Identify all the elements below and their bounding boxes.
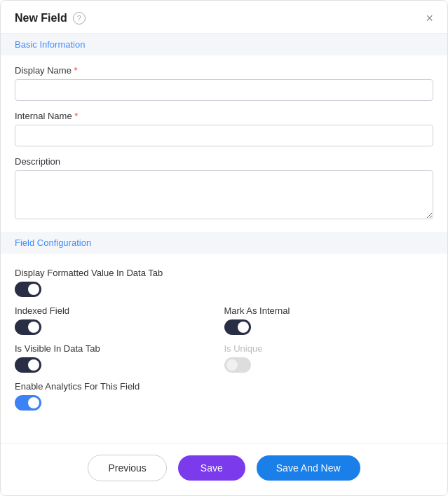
display-name-required: * [74,65,78,76]
close-icon[interactable]: × [426,12,433,25]
save-button[interactable]: Save [178,455,245,481]
internal-name-input[interactable] [15,125,433,146]
internal-name-group: Internal Name * [1,111,447,146]
display-formatted-toggle[interactable] [15,282,41,297]
enable-analytics-label: Enable Analytics For This Field [15,381,433,392]
display-name-label: Display Name * [15,65,433,76]
modal-title: New Field [15,12,67,25]
help-icon[interactable]: ? [73,12,86,25]
indexed-field-col: Indexed Field [15,305,224,335]
mark-as-internal-col: Mark As Internal [224,305,434,335]
mark-as-internal-toggle[interactable] [224,319,251,335]
is-visible-label: Is Visible In Data Tab [15,343,224,354]
internal-name-required: * [74,111,78,121]
is-unique-col: Is Unique [224,343,434,373]
indexed-field-toggle[interactable] [15,319,41,335]
modal-footer: Previous Save Save And New [1,443,447,495]
field-config-section: Field Configuration Display Formatted Va… [1,232,447,415]
enable-analytics-toggle[interactable] [15,395,41,411]
title-group: New Field ? [15,12,86,25]
display-formatted-row: Display Formatted Value In Data Tab [1,263,447,301]
indexed-field-label: Indexed Field [15,305,224,316]
display-name-input[interactable] [15,79,433,101]
basic-info-section-header: Basic Information [1,34,447,55]
visible-unique-row: Is Visible In Data Tab Is Unique [1,339,447,377]
new-field-modal: New Field ? × Basic Information Display … [0,0,448,496]
is-unique-label: Is Unique [224,343,434,354]
enable-analytics-row: Enable Analytics For This Field [1,377,447,415]
display-name-group: Display Name * [1,65,447,101]
internal-name-label: Internal Name * [15,111,433,121]
is-visible-col: Is Visible In Data Tab [15,343,224,373]
display-formatted-label: Display Formatted Value In Data Tab [15,268,433,278]
mark-as-internal-label: Mark As Internal [224,305,434,316]
field-config-section-header: Field Configuration [1,232,447,254]
description-label: Description [15,156,433,167]
description-group: Description [1,156,447,222]
indexed-mark-row: Indexed Field Mark As Internal [1,301,447,339]
description-input[interactable] [15,170,433,219]
save-and-new-button[interactable]: Save And New [257,455,360,481]
is-visible-toggle[interactable] [15,357,41,373]
modal-body: Basic Information Display Name * Interna… [1,34,447,443]
modal-header: New Field ? × [1,1,447,34]
is-unique-toggle [224,357,251,373]
previous-button[interactable]: Previous [88,455,166,481]
